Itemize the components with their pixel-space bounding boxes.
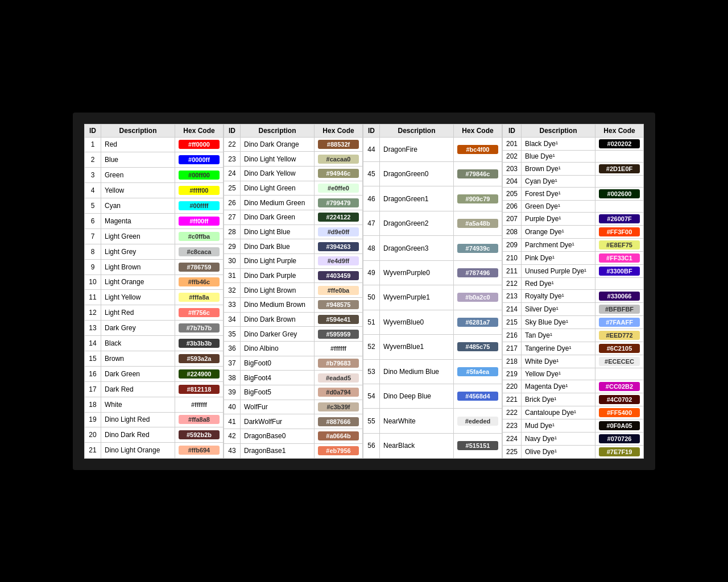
id-cell: 44 — [363, 137, 379, 161]
hex-badge: #EED772 — [599, 331, 640, 340]
hex-cell: #ffb694 — [175, 443, 223, 458]
id-cell: 36 — [224, 341, 240, 356]
table-row: 52WyvernBlue1#485c75 — [363, 335, 502, 359]
hex-cell: #6281a7 — [453, 310, 502, 334]
id-cell: 18 — [84, 397, 101, 412]
hex-cell: #88532f — [314, 137, 362, 152]
id-cell: 211 — [502, 264, 521, 277]
hex-badge: #eb7956 — [318, 446, 359, 455]
hex-badge: #0F0A05 — [599, 421, 640, 430]
tables-wrapper: ID Description Hex Code 1Red#ff00002Blue… — [84, 124, 644, 459]
hex-badge: #26007F — [599, 214, 640, 223]
table-row: 29Dino Dark Blue#394263 — [224, 239, 362, 254]
desc-cell: Dino Dark Blue — [240, 239, 314, 254]
desc-cell: Cyan Dye¹ — [522, 175, 595, 187]
desc-cell: Green Dye¹ — [522, 200, 595, 212]
table-row: 19Dino Light Red#ffa8a8 — [84, 412, 223, 427]
desc-cell: DragonGreen1 — [379, 186, 453, 211]
id-cell: 25 — [224, 181, 240, 196]
hex-cell: #7FAAFF — [595, 315, 644, 329]
hex-cell: #070726 — [595, 432, 644, 445]
desc-cell: Blue — [101, 152, 175, 168]
hex-badge: #786759 — [179, 263, 220, 272]
id-cell: 9 — [84, 259, 101, 275]
hex-badge: #4568d4 — [457, 392, 498, 401]
hex-cell: #ffa8a8 — [175, 412, 223, 427]
color-table-1: ID Description Hex Code 1Red#ff00002Blue… — [84, 124, 224, 459]
table-row: 11Light Yellow#fffa8a — [84, 290, 223, 305]
id-cell: 19 — [84, 412, 101, 427]
desc-cell: Dino Light Red — [101, 412, 175, 427]
table-row: 45DragonGreen0#79846c — [363, 161, 502, 186]
hex-cell: #592b2b — [175, 427, 223, 443]
hex-cell: #4568d4 — [453, 384, 502, 409]
id-cell: 45 — [363, 161, 379, 186]
hex-badge: #330066 — [599, 292, 640, 301]
desc-cell: Dark Green — [101, 366, 175, 381]
table-row: 224Navy Dye¹#070726 — [502, 432, 643, 445]
hex-badge: #515151 — [457, 441, 498, 450]
id-cell: 47 — [363, 211, 379, 235]
table-row: 40WolfFur#c3b39f — [224, 400, 362, 414]
table-row: 203Brown Dye¹#2D1E0F — [502, 162, 643, 175]
col-header-id2: ID — [224, 124, 240, 137]
hex-badge: #b0a2c0 — [457, 293, 498, 302]
desc-cell: Dino Light Orange — [101, 443, 175, 458]
hex-badge: #00ffff — [179, 201, 220, 210]
hex-badge: #6281a7 — [457, 318, 498, 327]
id-cell: 212 — [502, 277, 521, 289]
table-row: 204Cyan Dye¹ — [502, 175, 643, 187]
hex-cell: #909c79 — [453, 186, 502, 211]
hex-badge: #3300BF — [599, 267, 640, 276]
table-row: 18White#ffffff — [84, 397, 223, 412]
hex-cell: #787496 — [453, 260, 502, 285]
hex-cell: #e0ffe0 — [314, 181, 362, 196]
hex-badge: #d9e0ff — [318, 227, 359, 236]
color-table-3: ID Description Hex Code 44DragonFire#bc4… — [363, 124, 502, 459]
table-row: 2Blue#0000ff — [84, 152, 223, 168]
table-row: 54Dino Deep Blue#4568d4 — [363, 384, 502, 409]
desc-cell: Light Red — [101, 305, 175, 321]
desc-cell: Dino Medium Green — [240, 196, 314, 210]
desc-cell: Brown Dye¹ — [522, 162, 595, 175]
hex-cell: #a5a48b — [453, 211, 502, 235]
hex-badge: #00ff00 — [179, 171, 220, 180]
desc-cell: Dino Dark Red — [101, 427, 175, 443]
desc-cell: White — [101, 397, 175, 412]
table-row: 53Dino Medium Blue#5fa4ea — [363, 359, 502, 384]
table-row: 217Tangerine Dye¹#6C2105 — [502, 342, 643, 355]
id-cell: 53 — [363, 359, 379, 384]
hex-cell: #799479 — [314, 196, 362, 210]
desc-cell: BigFoot4 — [240, 371, 314, 385]
desc-cell: Light Grey — [101, 244, 175, 259]
id-cell: 206 — [502, 200, 521, 212]
hex-badge: #787496 — [457, 268, 498, 277]
hex-badge: #909c79 — [457, 194, 498, 203]
id-cell: 8 — [84, 244, 101, 259]
desc-cell: WyvernBlue0 — [379, 310, 453, 334]
hex-badge: #94946c — [318, 169, 359, 178]
desc-cell: Orange Dye¹ — [522, 225, 595, 238]
table-row: 13Dark Grey#7b7b7b — [84, 321, 223, 336]
desc-cell: DragonFire — [379, 137, 453, 161]
hex-cell: #a0664b — [314, 429, 362, 443]
table-row: 221Brick Dye¹#4C0702 — [502, 393, 643, 406]
desc-cell: DragonBase1 — [240, 443, 314, 458]
hex-badge: #224900 — [179, 369, 220, 379]
col-header-hex4: Hex Code — [595, 124, 644, 137]
table-row: 216Tan Dye¹#EED772 — [502, 329, 643, 342]
table-row: 15Brown#593a2a — [84, 351, 223, 366]
table-row: 31Dino Dark Purple#403459 — [224, 268, 362, 283]
hex-cell: #224900 — [175, 366, 223, 381]
hex-badge: #ff756c — [179, 308, 220, 317]
id-cell: 224 — [502, 432, 521, 445]
desc-cell: WolfFur — [240, 400, 314, 414]
col-header-hex3: Hex Code — [453, 124, 502, 137]
id-cell: 13 — [84, 321, 101, 336]
id-cell: 223 — [502, 419, 521, 432]
hex-cell: #BFBFBF — [595, 302, 644, 315]
color-table-4: ID Description Hex Code 201Black Dye¹#02… — [502, 124, 644, 459]
desc-cell: Dino Dark Orange — [240, 137, 314, 152]
id-cell: 52 — [363, 335, 379, 359]
id-cell: 2 — [84, 152, 101, 168]
